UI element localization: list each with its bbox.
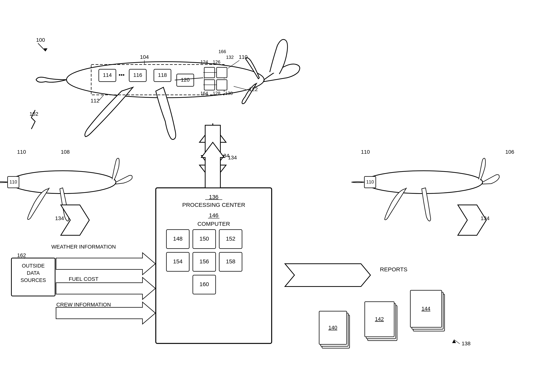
label-148: 148 xyxy=(173,235,183,242)
svg-text:140: 140 xyxy=(329,325,337,331)
label-158: 158 xyxy=(226,258,235,265)
svg-text:•••: ••• xyxy=(119,72,125,78)
outside-data-sources: OUTSIDE DATA SOURCES 162 xyxy=(11,252,55,296)
ref-106: 106 xyxy=(505,149,514,155)
label-120: 120 xyxy=(181,77,190,83)
doc-stack-142: 142 xyxy=(365,302,397,341)
ref-110-right: 110 xyxy=(361,149,370,155)
ref-110-top: 110 xyxy=(239,54,248,60)
ref-138: 138 xyxy=(462,341,471,346)
svg-text:SOURCES: SOURCES xyxy=(20,277,46,283)
label-160: 160 xyxy=(200,281,209,287)
doc-stack-140: 140 xyxy=(319,311,350,348)
ref-162: 162 xyxy=(17,252,26,258)
svg-text:142: 142 xyxy=(375,316,384,322)
label-150: 150 xyxy=(200,235,209,242)
ref-108: 108 xyxy=(61,149,70,155)
label-reports: REPORTS xyxy=(380,266,407,272)
svg-text:110: 110 xyxy=(10,179,17,184)
svg-text:144: 144 xyxy=(422,306,430,312)
svg-rect-11 xyxy=(217,80,227,90)
diagram: 114 ••• 116 118 120 104 110 124 126 xyxy=(0,0,538,392)
label-weather-info: WEATHER INFORMATION xyxy=(51,244,116,250)
ref-110-left: 110 xyxy=(17,149,26,155)
ref-132: 132 xyxy=(226,55,234,60)
ref-134-right: 134 xyxy=(481,215,490,221)
ref-166: 166 xyxy=(219,49,226,54)
ref-128: 128 xyxy=(213,91,220,96)
label-processing-center: PROCESSING CENTER xyxy=(182,202,245,208)
label-computer: COMPUTER xyxy=(197,221,230,227)
doc-stack-144: 144 xyxy=(410,290,445,331)
svg-text:110: 110 xyxy=(366,179,374,184)
label-116: 116 xyxy=(133,72,142,78)
ref-134-left: 134 xyxy=(55,215,64,221)
svg-text:OUTSIDE: OUTSIDE xyxy=(22,263,45,269)
label-114: 114 xyxy=(103,72,112,78)
ref-136: 136 xyxy=(209,194,219,200)
label-156: 156 xyxy=(200,258,209,265)
label-fuel-cost: FUEL COST xyxy=(69,276,98,282)
ref-146: 146 xyxy=(209,212,219,218)
label-crew-info: CREW INFORMATION xyxy=(56,302,111,308)
ref-122: 122 xyxy=(249,86,258,92)
ref-126: 126 xyxy=(213,59,220,65)
label-152: 152 xyxy=(226,235,235,242)
ref-130: 130 xyxy=(225,91,233,96)
ref-134-center: 134 xyxy=(228,155,237,160)
ref-112: 112 xyxy=(90,98,100,104)
label-154: 154 xyxy=(173,258,183,265)
ref-124: 124 xyxy=(200,59,208,65)
ref-164: 164 xyxy=(200,91,208,96)
svg-rect-9 xyxy=(217,67,227,78)
svg-text:DATA: DATA xyxy=(27,270,40,276)
svg-marker-53 xyxy=(285,264,371,286)
ref-100: 100 xyxy=(36,37,45,43)
label-118: 118 xyxy=(158,72,167,78)
reports-arrow xyxy=(285,264,371,286)
ref-104: 104 xyxy=(140,54,149,60)
bidirectional-arrow xyxy=(201,125,224,188)
processing-center: 136 PROCESSING CENTER 146 COMPUTER 148 1… xyxy=(156,188,272,343)
